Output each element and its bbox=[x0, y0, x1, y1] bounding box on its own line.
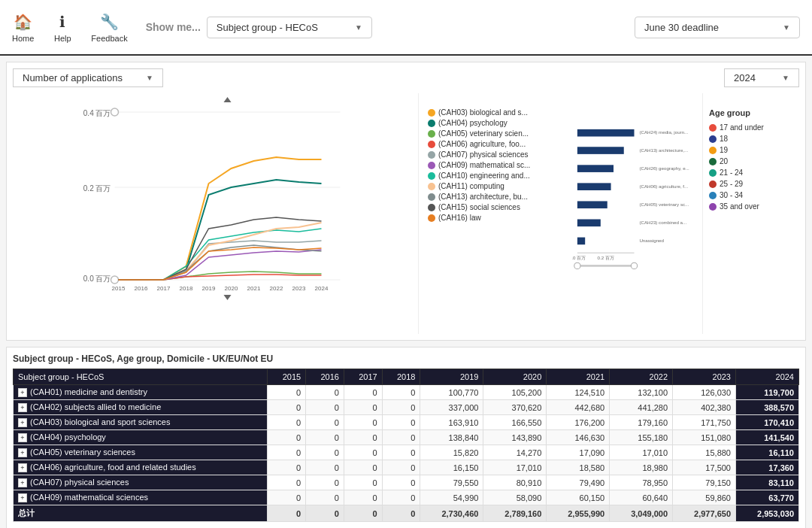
expand-icon[interactable]: + bbox=[18, 463, 27, 472]
age-label-20: 20 bbox=[720, 157, 728, 165]
legend-item-cah04: (CAH04) psychology bbox=[428, 119, 557, 127]
expand-icon[interactable]: + bbox=[18, 448, 27, 457]
table-cell-value: 179,160 bbox=[610, 415, 673, 430]
expand-icon[interactable]: + bbox=[18, 493, 27, 502]
feedback-nav[interactable]: 🔧 Feedback bbox=[91, 11, 127, 43]
table-cell-value: 0 bbox=[344, 505, 382, 522]
table-cell-value: 17,010 bbox=[483, 460, 547, 475]
table-cell-value: 100,770 bbox=[420, 385, 483, 400]
svg-text:(CAH06) agriculture, f...: (CAH06) agriculture, f... bbox=[639, 184, 688, 189]
col-header-2024[interactable]: 2024 bbox=[736, 369, 799, 385]
svg-text:0.4 百万: 0.4 百万 bbox=[83, 109, 111, 117]
col-header-2018[interactable]: 2018 bbox=[382, 369, 420, 385]
age-dot-21-24 bbox=[709, 169, 717, 177]
table-cell-value: 2,789,160 bbox=[483, 505, 547, 522]
age-label-17: 17 and under bbox=[720, 123, 764, 132]
age-label-30-34: 30 - 34 bbox=[720, 191, 743, 199]
legend-dot-cah10 bbox=[428, 172, 435, 180]
chart-title-dropdown[interactable]: Number of applications ▼ bbox=[13, 68, 163, 87]
legend-label-cah13: (CAH13) architecture, bu... bbox=[438, 193, 528, 201]
svg-rect-28 bbox=[577, 147, 624, 154]
svg-point-38 bbox=[574, 262, 580, 269]
table-cell-subject: +(CAH09) mathematical sciences bbox=[14, 490, 268, 505]
svg-text:2022: 2022 bbox=[270, 285, 283, 292]
table-cell-value: 0 bbox=[344, 490, 382, 505]
age-item-35-over: 35 and over bbox=[709, 202, 799, 211]
table-cell-value: 80,910 bbox=[483, 475, 547, 490]
row-label: (CAH07) physical sciences bbox=[30, 478, 129, 487]
legend-dot-cah03 bbox=[428, 109, 435, 117]
expand-icon[interactable]: + bbox=[18, 478, 27, 487]
legend-dot-cah15 bbox=[428, 204, 435, 211]
col-header-2022[interactable]: 2022 bbox=[610, 369, 673, 385]
legend-dot-cah11 bbox=[428, 183, 435, 190]
svg-point-6 bbox=[111, 108, 119, 116]
col-header-2021[interactable]: 2021 bbox=[547, 369, 610, 385]
col-header-2016[interactable]: 2016 bbox=[306, 369, 344, 385]
col-header-2020[interactable]: 2020 bbox=[483, 369, 547, 385]
col-header-2015[interactable]: 2015 bbox=[268, 369, 306, 385]
svg-text:0.2 百万: 0.2 百万 bbox=[598, 255, 614, 260]
age-item-25-29: 25 - 29 bbox=[709, 180, 799, 188]
table-cell-value: 54,990 bbox=[420, 490, 483, 505]
show-me-label: Show me... bbox=[146, 21, 201, 33]
chart-header: Number of applications ▼ 2024 ▼ bbox=[13, 68, 799, 87]
table-cell-value: 59,860 bbox=[673, 490, 736, 505]
table-cell-value: 17,010 bbox=[610, 445, 673, 460]
legend-label-cah11: (CAH11) computing bbox=[438, 182, 504, 190]
home-nav[interactable]: 🏠 Home bbox=[12, 11, 34, 43]
col-header-2019[interactable]: 2019 bbox=[420, 369, 483, 385]
main-content: Number of applications ▼ 2024 ▼ 0.4 百万 0… bbox=[0, 56, 812, 528]
expand-icon[interactable]: + bbox=[18, 433, 27, 442]
age-dot-18 bbox=[709, 135, 717, 143]
expand-icon[interactable]: + bbox=[18, 418, 27, 427]
svg-text:0.0 百万: 0.0 百万 bbox=[572, 255, 586, 260]
age-dot-19 bbox=[709, 147, 717, 154]
row-label: (CAH06) agriculture, food and related st… bbox=[30, 463, 196, 472]
table-cell-value: 0 bbox=[268, 430, 306, 445]
table-cell-subject: +(CAH04) psychology bbox=[14, 430, 268, 445]
expand-icon[interactable]: + bbox=[18, 403, 27, 412]
table-scroll-area[interactable]: Subject group - HECoS 2015 2016 2017 201… bbox=[13, 369, 799, 522]
legend-dot-cah09 bbox=[428, 162, 435, 169]
table-cell-value: 60,150 bbox=[547, 490, 610, 505]
row-label: (CAH05) veterinary sciences bbox=[30, 448, 135, 457]
svg-text:2020: 2020 bbox=[225, 285, 238, 292]
table-cell-value: 442,680 bbox=[547, 400, 610, 415]
svg-rect-37 bbox=[577, 265, 635, 267]
help-nav[interactable]: ℹ Help bbox=[52, 11, 73, 43]
legend-dot-cah04 bbox=[428, 120, 435, 127]
table-cell-value: 126,030 bbox=[673, 385, 736, 400]
svg-rect-30 bbox=[577, 183, 611, 190]
subject-group-dropdown[interactable]: Subject group - HECoS ▼ bbox=[207, 17, 372, 38]
table-cell-value: 170,410 bbox=[736, 415, 799, 430]
table-cell-value: 14,270 bbox=[483, 445, 547, 460]
table-cell-value: 0 bbox=[268, 490, 306, 505]
table-cell-value: 163,910 bbox=[420, 415, 483, 430]
age-label-35-over: 35 and over bbox=[720, 202, 759, 211]
table-title: Subject group - HECoS, Age group, Domici… bbox=[13, 354, 799, 364]
age-dot-35-over bbox=[709, 203, 717, 211]
svg-text:(CAH24) media, journ...: (CAH24) media, journ... bbox=[639, 129, 688, 135]
table-cell-value: 0 bbox=[306, 460, 344, 475]
table-cell-value: 0 bbox=[306, 415, 344, 430]
col-header-subject[interactable]: Subject group - HECoS bbox=[14, 369, 268, 385]
col-header-2023[interactable]: 2023 bbox=[673, 369, 736, 385]
feedback-label: Feedback bbox=[91, 34, 127, 43]
legend-item-cah07: (CAH07) physical sciences bbox=[428, 150, 557, 159]
deadline-dropdown[interactable]: June 30 deadline ▼ bbox=[635, 17, 800, 38]
table-cell-value: 79,490 bbox=[547, 475, 610, 490]
legend-label-cah03: (CAH03) biological and s... bbox=[438, 108, 528, 117]
expand-icon[interactable]: + bbox=[18, 388, 27, 397]
col-header-2017[interactable]: 2017 bbox=[344, 369, 382, 385]
subject-group-value: Subject group - HECoS bbox=[217, 22, 318, 33]
table-cell-value: 370,620 bbox=[483, 400, 547, 415]
table-cell-value: 146,630 bbox=[547, 430, 610, 445]
age-item-21-24: 21 - 24 bbox=[709, 168, 799, 177]
svg-text:2016: 2016 bbox=[135, 285, 148, 292]
line-chart-area: 0.4 百万 0.2 百万 0.0 百万 2015 2016 2017 2018 bbox=[13, 93, 419, 334]
table-cell-subject: +(CAH01) medicine and dentistry bbox=[14, 385, 268, 400]
year-dropdown[interactable]: 2024 ▼ bbox=[724, 68, 799, 87]
table-cell-value: 0 bbox=[344, 475, 382, 490]
table-cell-value: 0 bbox=[268, 475, 306, 490]
